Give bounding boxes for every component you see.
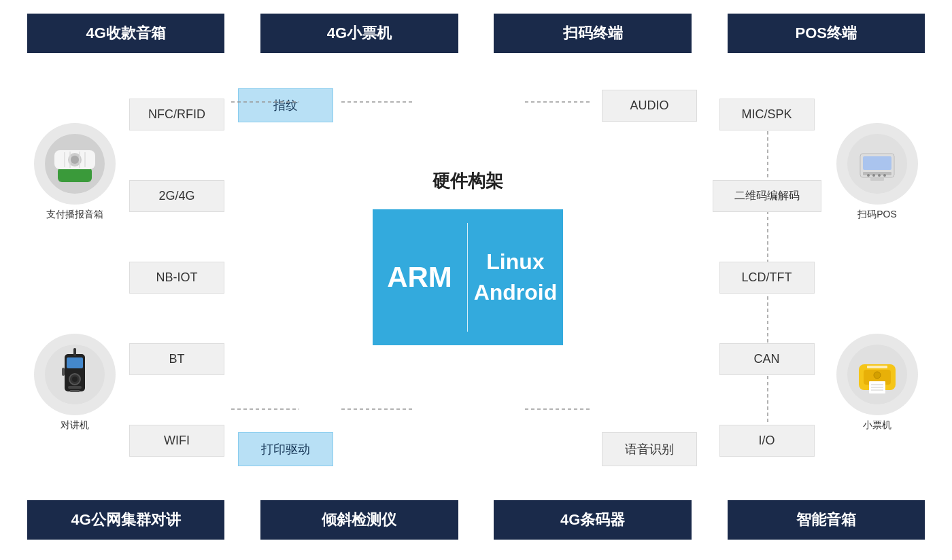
proto-micspk: MIC/SPK (719, 99, 815, 130)
pos-icon (847, 133, 908, 194)
footer-box-1: 倾斜检测仪 (260, 500, 458, 540)
header-row: 4G收款音箱 4G小票机 扫码终端 POS终端 (27, 14, 925, 53)
left-device-label-0: 支付播报音箱 (46, 209, 103, 221)
arm-divider (467, 223, 469, 332)
header-box-2: 扫码终端 (494, 14, 691, 53)
printer-circle (836, 334, 918, 415)
svg-rect-33 (870, 177, 884, 181)
proto-print: 打印驱动 (238, 432, 333, 466)
header-box-3: POS终端 (728, 14, 925, 53)
footer-box-3: 智能音箱 (728, 500, 925, 540)
right-device-0: 扫码POS (836, 123, 918, 221)
left-device-0: 支付播报音箱 (34, 123, 116, 221)
proto-nbiot: NB-IOT (129, 262, 224, 294)
footer-row: 4G公网集群对讲 倾斜检测仪 4G条码器 智能音箱 (27, 500, 925, 540)
proto-io: I/O (719, 425, 815, 457)
walkie-circle (34, 334, 116, 415)
proto-wifi: WIFI (129, 425, 224, 457)
proto-voice: 语音识别 (602, 432, 697, 466)
svg-point-32 (883, 174, 886, 177)
svg-rect-37 (867, 366, 887, 368)
pos-circle (836, 123, 918, 205)
svg-point-13 (72, 377, 78, 382)
svg-rect-17 (62, 368, 65, 376)
proto-bt: BT (129, 343, 224, 375)
footer-box-0: 4G公网集群对讲 (27, 500, 224, 540)
footer-box-2: 4G条码器 (494, 500, 691, 540)
svg-rect-1 (58, 167, 92, 182)
page-container: 4G收款音箱 4G小票机 扫码终端 POS终端 (0, 0, 952, 560)
arm-box: ARM Linux Android (373, 209, 563, 345)
proto-qrcode: 二维码编解码 (713, 180, 821, 212)
arm-label: ARM (373, 261, 467, 294)
svg-rect-15 (70, 390, 80, 392)
speaker-circle (34, 123, 116, 205)
proto-audio: AUDIO (602, 90, 697, 122)
svg-point-30 (872, 174, 875, 177)
speaker-icon (44, 133, 105, 194)
header-box-1: 4G小票机 (260, 14, 458, 53)
proto-lcd: LCD/TFT (719, 262, 815, 294)
svg-rect-27 (863, 156, 891, 170)
svg-rect-14 (68, 386, 82, 389)
proto-can: CAN (719, 343, 815, 375)
svg-point-4 (71, 156, 79, 164)
right-device-label-1: 小票机 (863, 419, 891, 432)
printer-icon (847, 344, 908, 405)
header-box-0: 4G收款音箱 (27, 14, 224, 53)
proto-nfc: NFC/RFID (129, 99, 224, 130)
proto-2g4g: 2G/4G (129, 180, 224, 212)
svg-point-29 (867, 174, 870, 177)
walkie-talkie-icon (44, 344, 105, 405)
right-device-1: 小票机 (836, 334, 918, 432)
left-device-label-1: 对讲机 (61, 419, 89, 432)
right-device-label-0: 扫码POS (857, 209, 897, 221)
svg-rect-16 (73, 348, 76, 356)
svg-point-42 (874, 372, 881, 379)
svg-rect-11 (67, 357, 83, 368)
os-android: Android (468, 277, 562, 308)
svg-point-31 (878, 174, 881, 177)
os-linux: Linux (468, 247, 562, 277)
left-device-1: 对讲机 (34, 334, 116, 432)
center-title: 硬件构架 (432, 169, 503, 193)
os-labels: Linux Android (468, 247, 562, 308)
